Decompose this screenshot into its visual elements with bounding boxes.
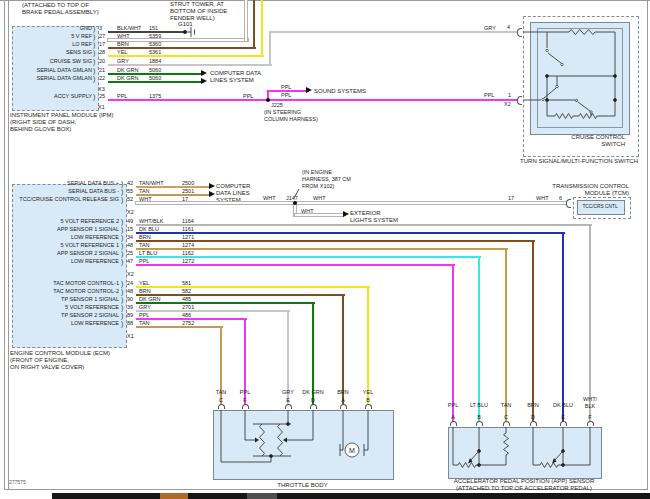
app-resistor-ab (458, 463, 476, 468)
cruise-int-11 (597, 100, 615, 116)
app-wiper-e (554, 451, 563, 461)
app-int-e (558, 427, 563, 465)
cruise-contact-3 (542, 98, 544, 100)
app-resistor-de (540, 463, 558, 468)
app-int-b (476, 427, 479, 465)
app-wiper-b (470, 451, 479, 461)
cruise-dot-2 (614, 75, 617, 78)
cruise-resistor-bot1 (555, 114, 573, 119)
motor-m-label: M (349, 447, 355, 454)
cruise-dot-1 (546, 75, 549, 78)
cruise-switch-arm-2 (544, 88, 556, 98)
cruise-contact-1 (546, 49, 548, 51)
cruise-resistor-top (569, 30, 595, 35)
app-int-c2 (479, 455, 506, 465)
cruise-dot-3 (614, 99, 617, 102)
cruise-contact-4 (556, 85, 558, 87)
cruise-contact-5 (575, 99, 577, 101)
tb-pot-2 (278, 424, 283, 456)
tb-wiper-d-arrow (283, 438, 287, 443)
cruise-switch-arm-3 (578, 102, 590, 111)
app-int-d (533, 427, 540, 465)
tb-wiper-f-arrow (255, 438, 259, 443)
app-dot-ef (562, 464, 565, 467)
app-int-a (453, 427, 458, 465)
tb-dot-e (287, 423, 290, 426)
j147-note-pointer-line (294, 189, 299, 198)
cruise-switch-arm-1 (548, 53, 561, 63)
cruise-int-2 (595, 32, 615, 76)
schematic-internals-layer: M (0, 0, 650, 499)
ground-g101-icon (186, 27, 195, 37)
cruise-int-9 (547, 100, 555, 116)
tb-dot-c (270, 455, 273, 458)
tb-wiper-f (245, 410, 255, 440)
app-dot-ab (478, 464, 481, 467)
cruise-contact-6 (590, 111, 592, 113)
cruise-contact-2 (561, 63, 563, 65)
cruise-dot-4 (546, 99, 549, 102)
tb-pot-1 (260, 424, 265, 456)
wiring-diagram-page: TCC/CRS CNTL (ATTACHED TO TOP OF BRAKE P… (0, 0, 650, 499)
tb-wiper-d (287, 410, 313, 440)
app-int-f (563, 427, 590, 465)
app-resistor-c (504, 433, 509, 455)
cruise-resistor-bot2 (579, 114, 597, 119)
